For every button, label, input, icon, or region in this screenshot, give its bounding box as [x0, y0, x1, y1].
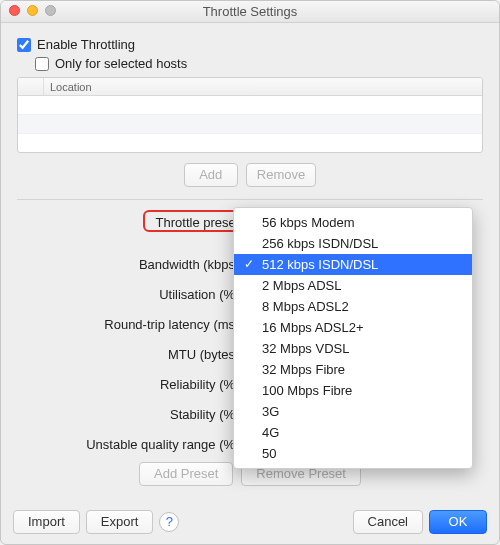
- preset-option[interactable]: 2 Mbps ADSL: [234, 275, 472, 296]
- add-host-button[interactable]: Add: [184, 163, 238, 187]
- hosts-header: Location: [18, 78, 482, 96]
- remove-host-button[interactable]: Remove: [246, 163, 316, 187]
- preset-option[interactable]: 3G: [234, 401, 472, 422]
- mtu-label: MTU (bytes):: [17, 347, 249, 362]
- latency-label: Round-trip latency (ms):: [17, 317, 249, 332]
- preset-option[interactable]: 512 kbps ISDN/DSL: [234, 254, 472, 275]
- reliability-label: Reliability (%):: [17, 377, 249, 392]
- enable-throttling-checkbox[interactable]: [17, 38, 31, 52]
- help-button[interactable]: ?: [159, 512, 179, 532]
- preset-option[interactable]: 4G: [234, 422, 472, 443]
- export-button[interactable]: Export: [86, 510, 154, 534]
- bandwidth-label: Bandwidth (kbps):: [17, 257, 249, 272]
- preset-option[interactable]: 256 kbps ISDN/DSL: [234, 233, 472, 254]
- stability-label: Stability (%):: [17, 407, 249, 422]
- window-title: Throttle Settings: [203, 4, 298, 19]
- zoom-icon: [45, 5, 56, 16]
- throttle-preset-label: Throttle preset:: [17, 215, 245, 230]
- ok-button[interactable]: OK: [429, 510, 487, 534]
- divider: [17, 199, 483, 200]
- import-button[interactable]: Import: [13, 510, 80, 534]
- preset-option[interactable]: 100 Mbps Fibre: [234, 380, 472, 401]
- unstable-range-label: Unstable quality range (%):: [17, 437, 249, 452]
- add-preset-button[interactable]: Add Preset: [139, 462, 233, 486]
- enable-throttling-label: Enable Throttling: [37, 37, 135, 52]
- only-selected-hosts-checkbox[interactable]: [35, 57, 49, 71]
- preset-option[interactable]: 32 Mbps Fibre: [234, 359, 472, 380]
- throttle-settings-window: Throttle Settings Enable Throttling Only…: [0, 0, 500, 545]
- preset-option[interactable]: 56 kbps Modem: [234, 212, 472, 233]
- bottom-bar: Import Export ? Cancel OK: [13, 510, 487, 534]
- preset-option[interactable]: 16 Mbps ADSL2+: [234, 317, 472, 338]
- only-selected-hosts-label: Only for selected hosts: [55, 56, 187, 71]
- hosts-table[interactable]: Location: [17, 77, 483, 153]
- minimize-icon[interactable]: [27, 5, 38, 16]
- hosts-col-location: Location: [44, 81, 92, 93]
- preset-option[interactable]: 8 Mbps ADSL2: [234, 296, 472, 317]
- utilisation-label: Utilisation (%):: [17, 287, 249, 302]
- window-controls: [9, 5, 56, 16]
- cancel-button[interactable]: Cancel: [353, 510, 423, 534]
- hosts-body: [18, 96, 482, 153]
- throttle-preset-dropdown[interactable]: 56 kbps Modem256 kbps ISDN/DSL512 kbps I…: [233, 207, 473, 469]
- preset-option[interactable]: 32 Mbps VDSL: [234, 338, 472, 359]
- close-icon[interactable]: [9, 5, 20, 16]
- preset-option[interactable]: 50: [234, 443, 472, 464]
- titlebar: Throttle Settings: [1, 1, 499, 23]
